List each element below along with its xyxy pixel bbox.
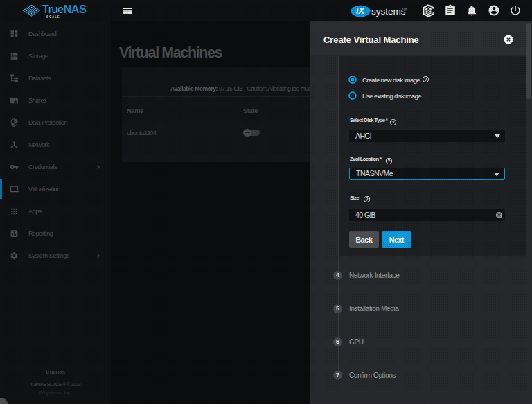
- svg-text:TM: TM: [402, 7, 407, 11]
- svg-text:iX: iX: [356, 6, 364, 16]
- svg-text:systems: systems: [371, 6, 406, 17]
